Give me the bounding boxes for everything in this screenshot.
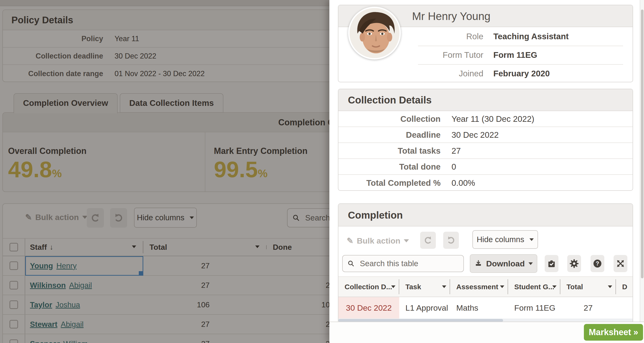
- student-group-cell[interactable]: Form 11EG: [508, 297, 560, 318]
- collection-date-column-header[interactable]: Collection D...: [338, 277, 399, 297]
- filter-caret-icon[interactable]: [391, 285, 396, 288]
- download-button[interactable]: Download: [470, 254, 537, 273]
- assessment-column-header[interactable]: Assessment: [450, 277, 508, 297]
- total-completed-value: 0.00%: [452, 178, 475, 188]
- horizontal-scrollbar[interactable]: [338, 318, 632, 321]
- task-column-header[interactable]: Task: [399, 277, 450, 297]
- collection-date-cell[interactable]: 30 Dec 2022: [338, 297, 399, 318]
- help-button[interactable]: ?: [590, 255, 604, 272]
- form-tutor-row: Form Tutor Form 11EG: [410, 46, 632, 64]
- deadline-row: Deadline 30 Dec 2022: [338, 127, 632, 143]
- total-completed-row: Total Completed % 0.00%: [338, 175, 632, 191]
- collection-label: Collection: [338, 114, 440, 124]
- total-cell[interactable]: 27: [560, 297, 616, 318]
- total-tasks-row: Total tasks 27: [338, 143, 632, 159]
- gear-icon: [569, 258, 579, 268]
- panel-search[interactable]: [342, 255, 464, 272]
- assessment-column-label: Assessment: [456, 283, 498, 291]
- undo-icon: [423, 235, 433, 245]
- avatar: [348, 7, 401, 60]
- form-tutor-label: Form Tutor: [410, 50, 483, 60]
- panel-bulk-action-label: Bulk action: [357, 236, 400, 245]
- download-label: Download: [486, 259, 525, 268]
- total-done-row: Total done 0: [338, 159, 632, 175]
- vertical-scrollbar[interactable]: [640, 0, 644, 321]
- panel-redo-button[interactable]: [443, 232, 459, 249]
- chevron-down-icon: [404, 239, 409, 242]
- total-tasks-label: Total tasks: [338, 146, 440, 156]
- done-cell[interactable]: [616, 297, 632, 318]
- panel-bulk-action-button[interactable]: ✎ Bulk action: [347, 236, 409, 245]
- expand-icon: [616, 259, 625, 268]
- filter-caret-icon[interactable]: [442, 285, 446, 288]
- task-cell[interactable]: L1 Approval: [399, 297, 450, 318]
- joined-row: Joined February 2020: [410, 64, 632, 83]
- done-column-label: D: [622, 283, 627, 291]
- settings-button[interactable]: [567, 255, 581, 272]
- assessment-cell[interactable]: Maths: [450, 297, 508, 318]
- app-screen: Policy Details Policy Year 11 Collection…: [0, 0, 644, 343]
- role-value: Teaching Assistant: [493, 32, 569, 41]
- tasks-button[interactable]: [545, 255, 558, 272]
- question-circle-icon: ?: [593, 259, 602, 268]
- role-row: Role Teaching Assistant: [410, 27, 632, 46]
- vertical-scrollbar-thumb[interactable]: [641, 10, 644, 278]
- done-column-header[interactable]: D: [616, 277, 632, 297]
- redo-icon: [446, 235, 456, 245]
- pencil-icon: ✎: [347, 236, 354, 245]
- download-icon: [474, 259, 482, 268]
- clipboard-check-icon: [547, 259, 556, 268]
- staff-detail-panel: Mr Henry Young Role Teaching Assistant F…: [329, 0, 644, 343]
- horizontal-scrollbar-thumb[interactable]: [338, 319, 503, 321]
- completion-title: Completion: [338, 204, 632, 226]
- collection-details-card: Collection Details Collection Year 11 (3…: [338, 89, 633, 191]
- filter-caret-icon[interactable]: [608, 285, 612, 288]
- filter-caret-icon[interactable]: [500, 285, 504, 288]
- total-done-value: 0: [452, 162, 456, 172]
- completion-toolbar: ✎ Bulk action Hide columns: [338, 226, 632, 276]
- total-done-label: Total done: [338, 162, 440, 172]
- student-group-column-header[interactable]: Student G...: [508, 277, 560, 297]
- filter-caret-icon[interactable]: [552, 285, 556, 288]
- chevron-down-icon: [530, 238, 534, 241]
- chevron-down-icon: [528, 262, 533, 265]
- total-tasks-value: 27: [452, 146, 461, 156]
- student-group-column-label: Student G...: [514, 283, 554, 291]
- joined-label: Joined: [410, 69, 483, 78]
- svg-text:?: ?: [596, 260, 599, 267]
- search-icon: [348, 259, 354, 268]
- collection-value: Year 11 (30 Dec 2022): [452, 114, 534, 124]
- collection-date-column-label: Collection D...: [344, 283, 392, 291]
- panel-undo-button[interactable]: [420, 232, 436, 249]
- collection-row: Collection Year 11 (30 Dec 2022): [338, 111, 632, 127]
- completion-table-header: Collection D... Task Assessment Student …: [338, 276, 632, 297]
- marksheet-button[interactable]: Marksheet »: [584, 324, 643, 340]
- total-column-header[interactable]: Total: [560, 277, 616, 297]
- panel-search-input[interactable]: [360, 259, 464, 268]
- completion-table-row[interactable]: 30 Dec 2022 L1 Approval Maths Form 11EG …: [338, 297, 632, 318]
- panel-hide-columns-button[interactable]: Hide columns: [472, 230, 538, 249]
- panel-footer: Marksheet »: [329, 321, 644, 343]
- joined-value: February 2020: [493, 69, 550, 78]
- deadline-label: Deadline: [338, 130, 440, 140]
- form-tutor-value: Form 11EG: [493, 50, 537, 60]
- modal-dim-overlay[interactable]: [0, 0, 329, 343]
- deadline-value: 30 Dec 2022: [452, 130, 498, 140]
- total-completed-label: Total Completed %: [338, 178, 440, 188]
- role-label: Role: [410, 32, 483, 41]
- completion-card: Completion ✎ Bulk action Hide columns: [338, 203, 633, 321]
- panel-hide-columns-label: Hide columns: [477, 235, 524, 244]
- task-column-label: Task: [406, 283, 421, 291]
- total-column-label: Total: [566, 283, 583, 291]
- collection-details-title: Collection Details: [338, 89, 632, 111]
- completion-table: Collection D... Task Assessment Student …: [338, 276, 632, 321]
- expand-button[interactable]: [614, 255, 627, 272]
